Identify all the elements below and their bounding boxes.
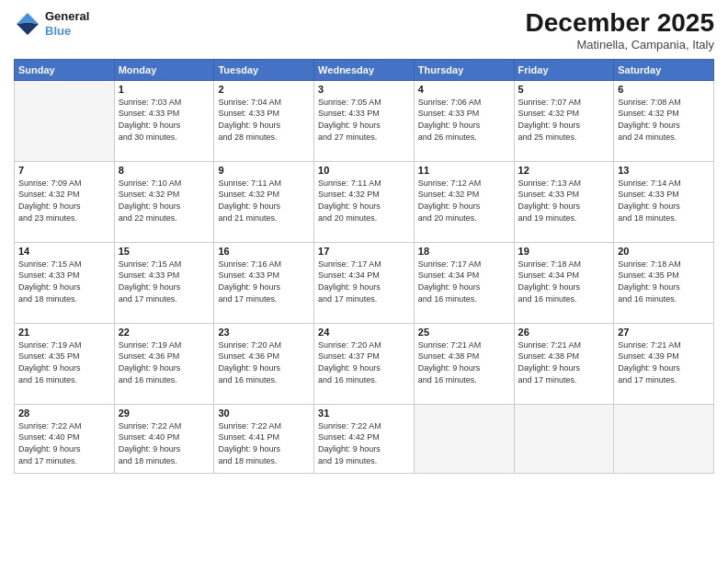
day-info: Sunrise: 7:10 AM Sunset: 4:32 PM Dayligh… — [119, 178, 210, 224]
logo-text: General Blue — [45, 9, 89, 38]
day-number: 14 — [18, 246, 110, 257]
calendar-cell: 12Sunrise: 7:13 AM Sunset: 4:33 PM Dayli… — [514, 161, 614, 242]
calendar-cell: 7Sunrise: 7:09 AM Sunset: 4:32 PM Daylig… — [15, 161, 115, 242]
day-number: 5 — [518, 84, 610, 95]
calendar-cell — [514, 404, 614, 473]
day-info: Sunrise: 7:21 AM Sunset: 4:38 PM Dayligh… — [418, 339, 510, 385]
calendar-cell — [614, 404, 714, 473]
page: General Blue December 2025 Matinella, Ca… — [0, 0, 728, 563]
week-row-4: 21Sunrise: 7:19 AM Sunset: 4:35 PM Dayli… — [15, 323, 714, 404]
calendar-cell: 13Sunrise: 7:14 AM Sunset: 4:33 PM Dayli… — [614, 161, 714, 242]
day-info: Sunrise: 7:17 AM Sunset: 4:34 PM Dayligh… — [318, 259, 410, 304]
calendar-cell: 10Sunrise: 7:11 AM Sunset: 4:32 PM Dayli… — [314, 161, 415, 242]
day-number: 28 — [18, 408, 110, 419]
day-info: Sunrise: 7:19 AM Sunset: 4:35 PM Dayligh… — [18, 339, 110, 385]
calendar-cell: 15Sunrise: 7:15 AM Sunset: 4:33 PM Dayli… — [114, 242, 214, 323]
day-info: Sunrise: 7:18 AM Sunset: 4:34 PM Dayligh… — [518, 259, 610, 304]
day-info: Sunrise: 7:22 AM Sunset: 4:41 PM Dayligh… — [218, 420, 310, 466]
weekday-header-saturday: Saturday — [614, 59, 714, 80]
day-number: 12 — [518, 165, 610, 176]
calendar-cell: 5Sunrise: 7:07 AM Sunset: 4:32 PM Daylig… — [514, 80, 614, 161]
day-info: Sunrise: 7:15 AM Sunset: 4:33 PM Dayligh… — [18, 259, 110, 304]
day-info: Sunrise: 7:18 AM Sunset: 4:35 PM Dayligh… — [618, 259, 710, 304]
day-number: 27 — [618, 327, 710, 338]
weekday-header-row: SundayMondayTuesdayWednesdayThursdayFrid… — [15, 59, 714, 80]
weekday-header-wednesday: Wednesday — [314, 59, 415, 80]
day-info: Sunrise: 7:12 AM Sunset: 4:32 PM Dayligh… — [418, 178, 510, 224]
day-number: 1 — [119, 84, 210, 95]
calendar-cell: 31Sunrise: 7:22 AM Sunset: 4:42 PM Dayli… — [314, 404, 415, 473]
week-row-3: 14Sunrise: 7:15 AM Sunset: 4:33 PM Dayli… — [15, 242, 714, 323]
calendar: SundayMondayTuesdayWednesdayThursdayFrid… — [14, 59, 714, 474]
day-info: Sunrise: 7:21 AM Sunset: 4:39 PM Dayligh… — [618, 339, 710, 385]
weekday-header-sunday: Sunday — [15, 59, 115, 80]
weekday-header-tuesday: Tuesday — [214, 59, 314, 80]
calendar-cell: 6Sunrise: 7:08 AM Sunset: 4:32 PM Daylig… — [614, 80, 714, 161]
day-info: Sunrise: 7:09 AM Sunset: 4:32 PM Dayligh… — [18, 178, 110, 224]
logo-icon — [14, 10, 41, 38]
title-section: December 2025 Matinella, Campania, Italy — [526, 9, 714, 52]
calendar-cell: 11Sunrise: 7:12 AM Sunset: 4:32 PM Dayli… — [414, 161, 514, 242]
day-info: Sunrise: 7:13 AM Sunset: 4:33 PM Dayligh… — [518, 178, 610, 224]
day-info: Sunrise: 7:07 AM Sunset: 4:32 PM Dayligh… — [518, 97, 610, 143]
calendar-cell: 18Sunrise: 7:17 AM Sunset: 4:34 PM Dayli… — [414, 242, 514, 323]
day-number: 4 — [418, 84, 510, 95]
calendar-cell: 24Sunrise: 7:20 AM Sunset: 4:37 PM Dayli… — [314, 323, 415, 404]
calendar-cell: 19Sunrise: 7:18 AM Sunset: 4:34 PM Dayli… — [514, 242, 614, 323]
day-number: 8 — [119, 165, 210, 176]
weekday-header-monday: Monday — [114, 59, 214, 80]
header: General Blue December 2025 Matinella, Ca… — [14, 9, 714, 52]
day-info: Sunrise: 7:05 AM Sunset: 4:33 PM Dayligh… — [318, 97, 410, 143]
calendar-cell — [15, 80, 115, 161]
day-info: Sunrise: 7:14 AM Sunset: 4:33 PM Dayligh… — [618, 178, 710, 224]
calendar-cell — [414, 404, 514, 473]
day-number: 25 — [418, 327, 510, 338]
weekday-header-friday: Friday — [514, 59, 614, 80]
logo: General Blue — [14, 9, 89, 38]
day-info: Sunrise: 7:08 AM Sunset: 4:32 PM Dayligh… — [618, 97, 710, 143]
calendar-cell: 3Sunrise: 7:05 AM Sunset: 4:33 PM Daylig… — [314, 80, 415, 161]
weekday-header-thursday: Thursday — [414, 59, 514, 80]
day-info: Sunrise: 7:06 AM Sunset: 4:33 PM Dayligh… — [418, 97, 510, 143]
day-number: 7 — [18, 165, 110, 176]
day-info: Sunrise: 7:20 AM Sunset: 4:36 PM Dayligh… — [218, 339, 310, 385]
day-number: 24 — [318, 327, 410, 338]
day-number: 6 — [618, 84, 710, 95]
calendar-cell: 28Sunrise: 7:22 AM Sunset: 4:40 PM Dayli… — [15, 404, 115, 473]
day-info: Sunrise: 7:22 AM Sunset: 4:40 PM Dayligh… — [119, 420, 210, 466]
day-number: 21 — [18, 327, 110, 338]
day-number: 13 — [618, 165, 710, 176]
calendar-cell: 9Sunrise: 7:11 AM Sunset: 4:32 PM Daylig… — [214, 161, 314, 242]
week-row-2: 7Sunrise: 7:09 AM Sunset: 4:32 PM Daylig… — [15, 161, 714, 242]
day-number: 31 — [318, 408, 410, 419]
calendar-cell: 8Sunrise: 7:10 AM Sunset: 4:32 PM Daylig… — [114, 161, 214, 242]
location: Matinella, Campania, Italy — [526, 38, 714, 52]
day-number: 10 — [318, 165, 410, 176]
calendar-cell: 23Sunrise: 7:20 AM Sunset: 4:36 PM Dayli… — [214, 323, 314, 404]
day-info: Sunrise: 7:17 AM Sunset: 4:34 PM Dayligh… — [418, 259, 510, 304]
calendar-cell: 22Sunrise: 7:19 AM Sunset: 4:36 PM Dayli… — [114, 323, 214, 404]
calendar-cell: 2Sunrise: 7:04 AM Sunset: 4:33 PM Daylig… — [214, 80, 314, 161]
day-info: Sunrise: 7:16 AM Sunset: 4:33 PM Dayligh… — [218, 259, 310, 304]
day-info: Sunrise: 7:22 AM Sunset: 4:40 PM Dayligh… — [18, 420, 110, 466]
calendar-cell: 26Sunrise: 7:21 AM Sunset: 4:38 PM Dayli… — [514, 323, 614, 404]
day-info: Sunrise: 7:11 AM Sunset: 4:32 PM Dayligh… — [218, 178, 310, 224]
calendar-cell: 21Sunrise: 7:19 AM Sunset: 4:35 PM Dayli… — [15, 323, 115, 404]
day-number: 26 — [518, 327, 610, 338]
calendar-cell: 14Sunrise: 7:15 AM Sunset: 4:33 PM Dayli… — [15, 242, 115, 323]
calendar-cell: 30Sunrise: 7:22 AM Sunset: 4:41 PM Dayli… — [214, 404, 314, 473]
day-number: 2 — [218, 84, 310, 95]
day-info: Sunrise: 7:03 AM Sunset: 4:33 PM Dayligh… — [119, 97, 210, 143]
day-number: 18 — [418, 246, 510, 257]
month-title: December 2025 — [526, 9, 714, 38]
day-number: 16 — [218, 246, 310, 257]
week-row-1: 1Sunrise: 7:03 AM Sunset: 4:33 PM Daylig… — [15, 80, 714, 161]
calendar-cell: 1Sunrise: 7:03 AM Sunset: 4:33 PM Daylig… — [114, 80, 214, 161]
day-number: 11 — [418, 165, 510, 176]
week-row-5: 28Sunrise: 7:22 AM Sunset: 4:40 PM Dayli… — [15, 404, 714, 473]
calendar-cell: 17Sunrise: 7:17 AM Sunset: 4:34 PM Dayli… — [314, 242, 415, 323]
calendar-cell: 16Sunrise: 7:16 AM Sunset: 4:33 PM Dayli… — [214, 242, 314, 323]
day-info: Sunrise: 7:20 AM Sunset: 4:37 PM Dayligh… — [318, 339, 410, 385]
day-number: 30 — [218, 408, 310, 419]
day-number: 15 — [119, 246, 210, 257]
